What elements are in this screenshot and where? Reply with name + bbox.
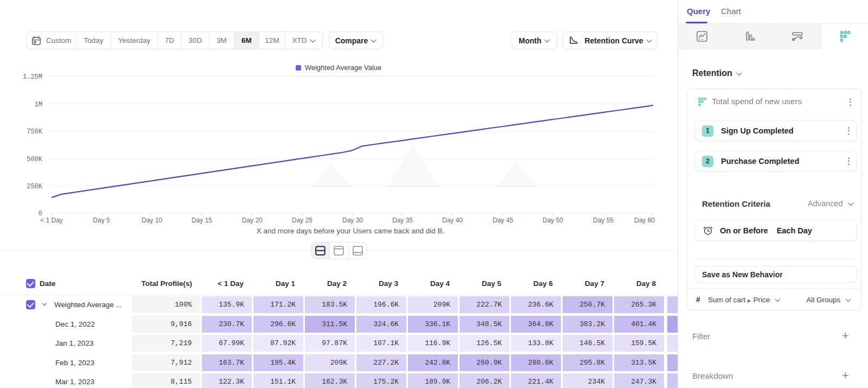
svg-text:Day 10: Day 10	[142, 217, 162, 224]
svg-text:X and more days before your Us: X and more days before your Users came b…	[257, 227, 445, 235]
svg-text:Day 40: Day 40	[442, 217, 463, 224]
svg-text:Day 35: Day 35	[392, 217, 413, 224]
svg-text:Day 50: Day 50	[542, 217, 563, 224]
svg-text:Day 5: Day 5	[93, 217, 110, 224]
svg-text:Day 25: Day 25	[292, 217, 312, 224]
svg-text:Day 55: Day 55	[593, 217, 614, 224]
svg-text:750K: 750K	[27, 128, 43, 136]
svg-text:1M: 1M	[35, 101, 42, 109]
svg-text:Day 60: Day 60	[634, 217, 655, 224]
svg-text:1.25M: 1.25M	[23, 73, 42, 81]
svg-text:Day 20: Day 20	[242, 217, 263, 224]
svg-text:Day 15: Day 15	[192, 217, 212, 224]
svg-text:Day 45: Day 45	[493, 217, 513, 224]
svg-text:500K: 500K	[27, 156, 43, 163]
svg-text:250K: 250K	[27, 183, 43, 190]
svg-text:Day 30: Day 30	[342, 217, 363, 224]
svg-text:< 1 Day: < 1 Day	[40, 217, 63, 224]
